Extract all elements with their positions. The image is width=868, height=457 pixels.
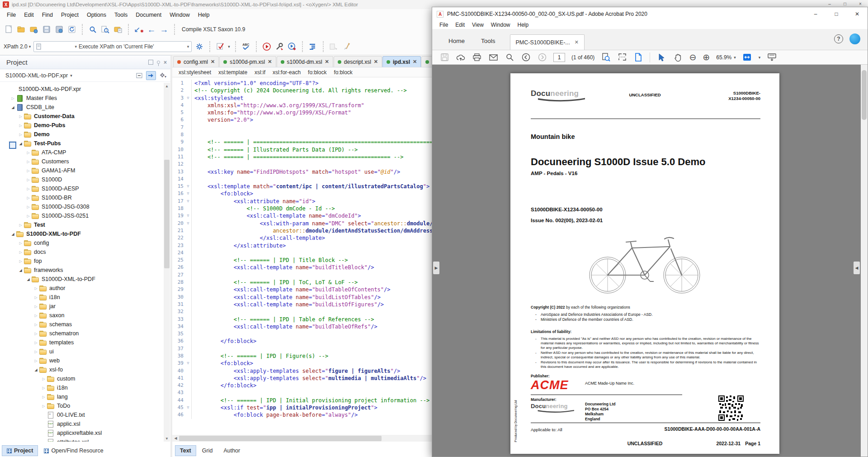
editor-mode-tab[interactable]: Grid (197, 445, 218, 456)
breadcrumb-item[interactable]: xsl:stylesheet (179, 69, 211, 76)
tree-item[interactable]: schemas (0, 320, 163, 329)
link-with-editor-icon[interactable] (146, 71, 156, 80)
spellcheck-icon[interactable]: ABC (241, 42, 251, 52)
tree-item[interactable]: Test-Pubs (0, 139, 163, 148)
expand-left-pane-icon[interactable]: ▶ (433, 262, 439, 274)
new-document-icon[interactable] (4, 24, 14, 34)
editor-tab[interactable]: proced.xsl ✕ (421, 56, 432, 67)
menu-item[interactable]: File (3, 10, 20, 20)
code-line[interactable]: 25 <!-- ====== | IPD | Title Block --> (172, 257, 432, 264)
code-line[interactable]: 5 xmlns:fo="http://www.w3.org/1999/XSL/F… (172, 109, 432, 116)
expand-right-pane-icon[interactable]: ◀ (854, 262, 860, 274)
code-line[interactable]: 8 (172, 131, 432, 138)
menu-item[interactable]: Help (194, 10, 214, 20)
scrolling-mode-icon[interactable] (767, 52, 777, 62)
project-settings-gear-icon[interactable]: ▾ (158, 71, 168, 80)
save-icon[interactable] (42, 24, 52, 34)
tree-item[interactable]: schematron (0, 329, 163, 338)
code-line[interactable]: 44 <!-- ====== | IPD | Initial provision… (172, 397, 432, 404)
close-tab-icon[interactable]: ✕ (374, 59, 378, 65)
back-icon[interactable]: ← (146, 24, 156, 34)
tree-expander-icon[interactable] (40, 404, 47, 408)
apply-transformation-icon[interactable] (262, 42, 272, 52)
menu-item[interactable]: Project (57, 10, 83, 20)
menu-item[interactable]: Tools (110, 10, 132, 20)
menu-item[interactable]: Edit (452, 22, 468, 28)
tree-item[interactable]: saxon (0, 311, 163, 320)
editor-tab[interactable]: config.xml ✕ (173, 56, 219, 67)
tree-item[interactable]: Master Files (0, 94, 163, 103)
close-panel-icon[interactable]: × (164, 59, 167, 66)
menu-item[interactable]: Document (132, 10, 165, 20)
menu-item[interactable]: Window (487, 22, 514, 28)
tree-item[interactable]: i18n (0, 383, 163, 392)
transformation-scenario-label[interactable]: Compile XSLT Saxon 10.9 (182, 26, 245, 33)
menu-item[interactable]: Window (165, 10, 193, 20)
editor-mode-tab[interactable]: Author (218, 445, 245, 456)
validate-icon[interactable] (215, 42, 225, 52)
help-icon[interactable]: ? (834, 34, 843, 43)
code-line[interactable]: 13 <xsl:key name="FindIPDHotspots" match… (172, 168, 432, 176)
code-line[interactable]: 43 (172, 389, 432, 396)
tree-item[interactable]: CSDB_Lite (0, 103, 163, 112)
project-tree-scrollbar[interactable]: ▲ ▼ (164, 83, 170, 442)
zoom-in-icon[interactable]: ⊕ (703, 53, 710, 62)
tree-expander-icon[interactable] (25, 214, 32, 218)
tree-expander-icon[interactable] (9, 105, 16, 109)
project-selector[interactable]: S1000D-XML-to-PDF.xpr▾ (3, 71, 75, 80)
close-tab-icon[interactable]: ✕ (325, 59, 329, 65)
tree-item[interactable]: S1000D-JSS-0251 (0, 211, 163, 220)
collapse-all-icon[interactable] (134, 71, 144, 80)
code-line[interactable]: 11 <!-- ====== | =======================… (172, 153, 432, 161)
tab-tools[interactable]: Tools (473, 38, 504, 50)
tree-item[interactable]: i18n (0, 293, 163, 302)
code-line[interactable]: 21 ancestor::dmodule/identAndStatusSecti… (172, 227, 432, 234)
menu-item[interactable]: View (468, 22, 487, 28)
tree-expander-icon[interactable] (25, 151, 32, 155)
tree-expander-icon[interactable] (33, 332, 39, 336)
tree-item[interactable]: S1000D (0, 175, 163, 184)
tree-item[interactable]: custom (0, 374, 163, 383)
code-line[interactable]: 42 </fo:block> (172, 382, 432, 389)
tree-item[interactable]: S1000D-XML-to-PDF.xpr (0, 85, 163, 94)
code-line[interactable]: 41 <xsl:apply-templates select="multimed… (172, 375, 432, 382)
code-line[interactable]: 45▽ <xsl:if test="ipp | initialProvision… (172, 404, 432, 411)
tree-item[interactable]: author (0, 284, 163, 293)
find-in-files-icon[interactable] (100, 24, 110, 34)
tree-expander-icon[interactable] (25, 187, 32, 191)
tree-expander-icon[interactable] (33, 295, 39, 300)
tree-item[interactable]: Customer-Data (0, 112, 163, 121)
tree-item[interactable]: S1000D-JSG-0308 (0, 202, 163, 211)
email-icon[interactable] (488, 52, 498, 62)
close-tab-icon[interactable]: ✕ (211, 59, 215, 65)
code-line[interactable]: 40 <xsl:apply-templates select="figure |… (172, 367, 432, 375)
tree-expander-icon[interactable] (25, 160, 32, 164)
scrollbar-thumb[interactable] (164, 160, 170, 268)
tree-expander-icon[interactable] (25, 169, 32, 173)
code-line[interactable]: 28 <!-- ====== | IPD | ToC, LoT & LoF --… (172, 279, 432, 286)
code-line[interactable]: 15▽ <xsl:template match="content/ipc | c… (172, 183, 432, 190)
panel-tab[interactable]: Open/Find Resource (39, 445, 108, 456)
breadcrumb-item[interactable]: xsl:if (255, 69, 265, 76)
code-line[interactable]: 34 <xsl:call-template name="buildTableOf… (172, 323, 432, 330)
tree-item[interactable]: S1000D-XML-to-PDF (0, 275, 163, 284)
search-icon[interactable] (505, 52, 514, 62)
code-line[interactable]: 27 (172, 271, 432, 279)
scroll-up-icon[interactable]: ▲ (164, 83, 170, 89)
code-line[interactable]: 9 <!-- ====== | ========================… (172, 138, 432, 146)
search-icon[interactable] (88, 24, 98, 34)
code-line[interactable]: 24 (172, 249, 432, 257)
tree-expander-icon[interactable] (17, 241, 24, 245)
xpath-version-selector[interactable]: XPath 2.0▾ (4, 43, 31, 50)
editor-mode-tab[interactable]: Text (175, 445, 196, 456)
tree-item[interactable]: applic.xsl (0, 419, 163, 428)
tree-item[interactable]: Customers (0, 157, 163, 166)
tab-home[interactable]: Home (440, 38, 473, 50)
share-cloud-icon[interactable] (456, 52, 466, 62)
previous-view-icon[interactable] (521, 52, 531, 62)
code-line[interactable]: 17▽ <xsl:attribute name="id"> (172, 198, 432, 205)
open-folder-icon[interactable] (16, 24, 26, 34)
menu-item[interactable]: Edit (20, 10, 38, 20)
editor-tab[interactable]: ipd.xsl ✕ (382, 56, 421, 67)
close-tab-icon[interactable]: ✕ (575, 39, 579, 45)
